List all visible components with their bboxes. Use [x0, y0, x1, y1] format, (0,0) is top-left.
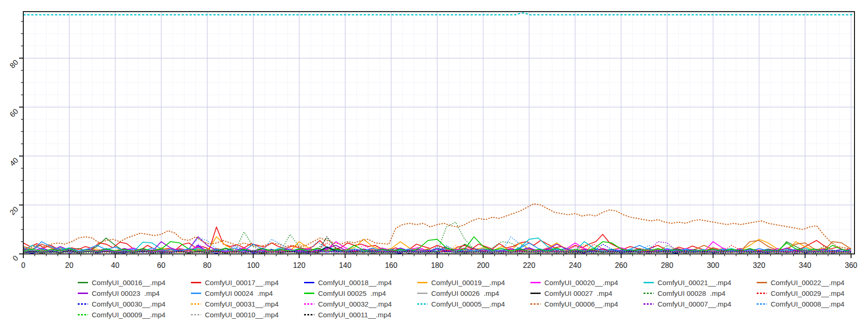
legend-item: ComfyUI_00029__.mp4: [757, 288, 844, 299]
legend-label: ComfyUI_00031__.mp4: [205, 299, 278, 309]
solid-line-swatch-icon: [530, 282, 541, 283]
legend-label: ComfyUI 00027 .mp4: [544, 288, 612, 299]
x-tick-label: 20: [65, 261, 74, 269]
solid-line-swatch-icon: [530, 293, 541, 294]
y-tick-label: 60: [8, 107, 20, 119]
legend-item: ComfyUI_00031__.mp4: [191, 299, 278, 309]
x-tick-label: 140: [339, 261, 352, 269]
legend-label: ComfyUI_00016__.mp4: [92, 277, 165, 288]
legend-item: ComfyUI_00006__.mp4: [530, 299, 618, 309]
legend-label: ComfyUI 00024 .mp4: [205, 288, 273, 299]
x-tick-label: 280: [661, 261, 673, 269]
legend-item: ComfyUI_00010__.mp4: [191, 309, 278, 320]
legend-label: ComfyUI_00018__.mp4: [318, 277, 392, 288]
solid-line-swatch-icon: [191, 293, 201, 294]
y-tick-label: 20: [8, 205, 20, 217]
x-tick-label: 80: [203, 261, 211, 269]
x-tick-label: 120: [293, 261, 305, 269]
solid-line-swatch-icon: [191, 282, 201, 283]
legend-item: ComfyUI_00018__.mp4: [304, 277, 392, 288]
legend-label: ComfyUI_00009__.mp4: [92, 309, 165, 320]
dotted-line-swatch-icon: [757, 303, 767, 305]
dotted-line-swatch-icon: [191, 303, 201, 305]
x-tick-label: 180: [431, 261, 443, 269]
legend-label: ComfyUI_00006__.mp4: [544, 299, 618, 309]
x-tick-label: 0: [21, 261, 26, 269]
legend-item: ComfyUI_00009__.mp4: [78, 309, 165, 320]
x-tick-label: 100: [247, 261, 259, 269]
legend-item: ComfyUI_00017__.mp4: [191, 277, 278, 288]
legend-label: ComfyUI 00025 .mp4: [318, 288, 386, 299]
legend-item: ComfyUI 00023 .mp4: [78, 288, 160, 299]
dotted-line-swatch-icon: [644, 303, 654, 305]
x-tick-label: 360: [845, 261, 857, 269]
x-tick-label: 160: [385, 261, 398, 269]
dotted-line-swatch-icon: [78, 314, 88, 315]
dotted-line-swatch-icon: [78, 303, 88, 305]
legend-label: ComfyUI_00019__.mp4: [431, 277, 505, 288]
dotted-line-swatch-icon: [304, 303, 314, 305]
dotted-line-swatch-icon: [417, 303, 427, 305]
dotted-line-swatch-icon: [757, 293, 767, 294]
legend-label: ComfyUI_00022__.mp4: [771, 277, 844, 288]
dotted-line-swatch-icon: [530, 303, 541, 305]
solid-line-swatch-icon: [78, 282, 88, 283]
legend-item: ComfyUI 00026 .mp4: [417, 288, 499, 299]
line-chart-figure: 0204060801001201401601802002202402602803…: [0, 0, 868, 328]
x-tick-label: 40: [111, 261, 120, 269]
legend-label: ComfyUI_00007__.mp4: [658, 299, 731, 309]
solid-line-swatch-icon: [417, 282, 427, 283]
legend-label: ComfyUI_00029__.mp4: [771, 288, 844, 299]
x-tick-label: 320: [753, 261, 766, 269]
legend-item: ComfyUI_00021__.mp4: [644, 277, 731, 288]
legend-label: ComfyUI_00021__.mp4: [658, 277, 731, 288]
legend-item: ComfyUI_00020__.mp4: [530, 277, 618, 288]
legend-item: ComfyUI_00011__.mp4: [304, 309, 391, 320]
legend-item: ComfyUI_00016__.mp4: [78, 277, 165, 288]
legend-item: ComfyUI_00022__.mp4: [757, 277, 844, 288]
solid-line-swatch-icon: [78, 293, 88, 294]
solid-line-swatch-icon: [757, 282, 767, 283]
legend-item: ComfyUI_00007__.mp4: [644, 299, 731, 309]
legend-item: ComfyUI_00008__.mp4: [757, 299, 844, 309]
legend-item: ComfyUI 00028 .mp4: [644, 288, 726, 299]
x-tick-label: 300: [707, 261, 719, 269]
legend-label: ComfyUI_00010__.mp4: [205, 309, 278, 320]
solid-line-swatch-icon: [304, 293, 314, 294]
x-tick-label: 200: [477, 261, 489, 269]
legend-item: ComfyUI_00032__.mp4: [304, 299, 392, 309]
legend-label: ComfyUI_00030__.mp4: [92, 299, 165, 309]
legend-label: ComfyUI_00032__.mp4: [318, 299, 392, 309]
legend-item: ComfyUI_00005__.mp4: [417, 299, 505, 309]
x-tick-label: 260: [615, 261, 627, 269]
legend-item: ComfyUI 00024 .mp4: [191, 288, 273, 299]
solid-line-swatch-icon: [417, 293, 427, 294]
x-tick-label: 220: [523, 261, 536, 269]
legend-label: ComfyUI_00005__.mp4: [431, 299, 505, 309]
legend-item: ComfyUI_00030__.mp4: [78, 299, 165, 309]
y-tick-label: 40: [8, 156, 20, 168]
legend-label: ComfyUI_00008__.mp4: [771, 299, 844, 309]
legend-label: ComfyUI_00011__.mp4: [318, 309, 391, 320]
dotted-line-swatch-icon: [191, 314, 201, 315]
legend-label: ComfyUI 00026 .mp4: [431, 288, 499, 299]
y-tick-label: 0: [11, 254, 20, 262]
dotted-line-swatch-icon: [304, 314, 314, 315]
legend-item: ComfyUI 00025 .mp4: [304, 288, 386, 299]
x-tick-label: 340: [799, 261, 811, 269]
legend-item: ComfyUI 00027 .mp4: [530, 288, 612, 299]
legend-label: ComfyUI 00028 .mp4: [658, 288, 726, 299]
x-tick-label: 60: [157, 261, 165, 269]
solid-line-swatch-icon: [304, 282, 314, 283]
legend-label: ComfyUI 00023 .mp4: [92, 288, 160, 299]
legend-item: ComfyUI_00019__.mp4: [417, 277, 505, 288]
x-tick-label: 240: [569, 261, 582, 269]
chart-legend: ComfyUI_00016__.mp4ComfyUI_00017__.mp4Co…: [0, 0, 868, 56]
solid-line-swatch-icon: [644, 282, 654, 283]
dotted-line-swatch-icon: [644, 293, 654, 294]
legend-label: ComfyUI_00020__.mp4: [544, 277, 618, 288]
y-tick-label: 80: [8, 58, 20, 70]
legend-label: ComfyUI_00017__.mp4: [205, 277, 278, 288]
